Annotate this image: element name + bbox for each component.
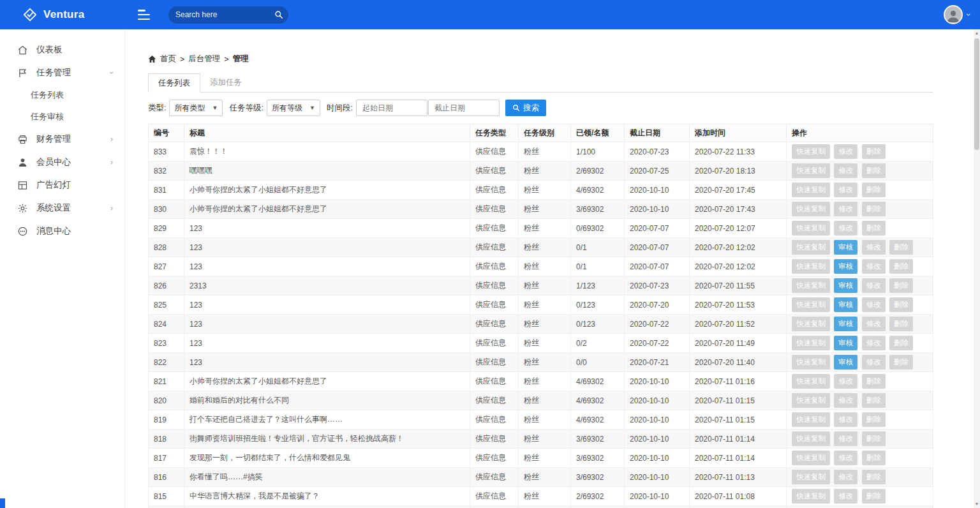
- quick-copy-button[interactable]: 快速复制: [792, 259, 830, 274]
- delete-button[interactable]: 删除: [862, 451, 886, 465]
- review-button[interactable]: 审核: [834, 278, 858, 293]
- edit-button[interactable]: 修改: [834, 431, 858, 446]
- quick-copy-button[interactable]: 快速复制: [792, 374, 830, 389]
- edit-button[interactable]: 修改: [834, 183, 858, 197]
- scroll-down-arrow-icon[interactable]: ▼: [974, 500, 980, 508]
- sidebar-subitem-task-list[interactable]: 任务列表: [0, 84, 124, 106]
- delete-button[interactable]: 删除: [862, 374, 886, 389]
- delete-button[interactable]: 删除: [862, 393, 886, 408]
- level-select[interactable]: 所有等级 ▼: [267, 100, 320, 116]
- sidebar-item-system-settings[interactable]: 系统设置 ›: [0, 197, 124, 220]
- delete-button[interactable]: 删除: [862, 412, 886, 427]
- quick-copy-button[interactable]: 快速复制: [792, 412, 830, 427]
- chevron-down-icon[interactable]: ›: [964, 13, 973, 16]
- delete-button[interactable]: 删除: [889, 336, 913, 350]
- edit-button[interactable]: 修改: [834, 393, 858, 408]
- tab-task-list[interactable]: 任务列表: [148, 73, 200, 93]
- hamburger-menu-icon[interactable]: [138, 10, 152, 20]
- edit-button[interactable]: 修改: [834, 470, 858, 484]
- edit-button[interactable]: 修改: [862, 355, 886, 370]
- sidebar-item-member-center[interactable]: 会员中心 ›: [0, 151, 124, 174]
- delete-button[interactable]: 删除: [889, 317, 913, 331]
- sidebar-item-task-management[interactable]: 任务管理 ›: [0, 61, 124, 84]
- delete-button[interactable]: 删除: [889, 355, 913, 370]
- quick-copy-button[interactable]: 快速复制: [792, 297, 830, 312]
- delete-button[interactable]: 删除: [862, 431, 886, 446]
- quick-copy-button[interactable]: 快速复制: [792, 278, 830, 293]
- quick-copy-button[interactable]: 快速复制: [792, 393, 830, 408]
- delete-button[interactable]: 删除: [862, 470, 886, 484]
- quick-copy-button[interactable]: 快速复制: [792, 183, 830, 197]
- task-added-time: 2020-07-20 11:52: [690, 315, 787, 334]
- review-button[interactable]: 审核: [834, 259, 858, 274]
- edit-button[interactable]: 修改: [834, 163, 858, 178]
- type-select[interactable]: 所有类型 ▼: [169, 100, 223, 116]
- delete-button[interactable]: 删除: [889, 297, 913, 312]
- review-button[interactable]: 审核: [834, 297, 858, 312]
- task-actions: 快速复制 修改 删除: [787, 468, 933, 487]
- scrollbar-thumb[interactable]: [974, 38, 979, 150]
- start-date-input[interactable]: [356, 100, 427, 116]
- scroll-up-arrow-icon[interactable]: ▲: [974, 29, 980, 37]
- edit-button[interactable]: 修改: [834, 221, 858, 235]
- end-date-input[interactable]: [428, 100, 500, 116]
- quick-copy-button[interactable]: 快速复制: [792, 336, 830, 350]
- search-icon[interactable]: [274, 10, 283, 19]
- search-input[interactable]: [175, 10, 274, 19]
- edit-button[interactable]: 修改: [834, 489, 858, 504]
- delete-button[interactable]: 删除: [862, 144, 886, 159]
- quick-copy-button[interactable]: 快速复制: [792, 451, 830, 465]
- review-button[interactable]: 审核: [834, 317, 858, 331]
- home-icon[interactable]: [148, 55, 156, 63]
- brand[interactable]: Ventura: [0, 8, 125, 22]
- delete-button[interactable]: 删除: [889, 259, 913, 274]
- edit-button[interactable]: 修改: [862, 317, 886, 331]
- sidebar-subitem-task-review[interactable]: 任务审核: [0, 106, 124, 128]
- quick-copy-button[interactable]: 快速复制: [792, 163, 830, 178]
- delete-button[interactable]: 删除: [862, 489, 886, 504]
- sidebar-item-finance[interactable]: 财务管理 ›: [0, 128, 124, 151]
- quick-copy-button[interactable]: 快速复制: [792, 317, 830, 331]
- review-button[interactable]: 审核: [834, 355, 858, 370]
- edit-button[interactable]: 修改: [862, 278, 886, 293]
- task-title: 打个车还把自己搭进去了？这叫什么事啊……: [184, 410, 470, 430]
- quick-copy-button[interactable]: 快速复制: [792, 202, 830, 216]
- quick-copy-button[interactable]: 快速复制: [792, 221, 830, 235]
- sidebar-item-message-center[interactable]: 消息中心: [0, 220, 124, 243]
- sidebar-item-dashboard[interactable]: 仪表板: [0, 38, 124, 61]
- task-id: 816: [149, 468, 184, 487]
- edit-button[interactable]: 修改: [862, 297, 886, 312]
- task-added-time: 2020-07-20 17:45: [690, 181, 787, 200]
- edit-button[interactable]: 修改: [862, 240, 886, 255]
- edit-button[interactable]: 修改: [834, 202, 858, 216]
- edit-button[interactable]: 修改: [862, 336, 886, 350]
- sidebar-item-ad-slides[interactable]: 广告幻灯: [0, 174, 124, 197]
- edit-button[interactable]: 修改: [834, 144, 858, 159]
- quick-copy-button[interactable]: 快速复制: [792, 470, 830, 484]
- review-button[interactable]: 审核: [834, 240, 858, 255]
- delete-button[interactable]: 删除: [889, 240, 913, 255]
- edit-button[interactable]: 修改: [834, 451, 858, 465]
- breadcrumb-item[interactable]: 后台管理: [188, 54, 220, 64]
- vertical-scrollbar[interactable]: ▲ ▼: [974, 29, 980, 508]
- delete-button[interactable]: 删除: [889, 278, 913, 293]
- quick-copy-button[interactable]: 快速复制: [792, 355, 830, 370]
- task-level: 粉丝: [519, 468, 571, 487]
- search-button[interactable]: 搜索: [505, 100, 546, 116]
- edit-button[interactable]: 修改: [834, 412, 858, 427]
- quick-copy-button[interactable]: 快速复制: [792, 144, 830, 159]
- breadcrumb-item[interactable]: 首页: [160, 54, 176, 64]
- quick-copy-button[interactable]: 快速复制: [792, 489, 830, 504]
- tab-add-task[interactable]: 添加任务: [200, 73, 251, 92]
- delete-button[interactable]: 删除: [862, 202, 886, 216]
- delete-button[interactable]: 删除: [862, 183, 886, 197]
- edit-button[interactable]: 修改: [834, 374, 858, 389]
- quick-copy-button[interactable]: 快速复制: [792, 240, 830, 255]
- delete-button[interactable]: 删除: [862, 221, 886, 235]
- review-button[interactable]: 审核: [834, 336, 858, 350]
- delete-button[interactable]: 删除: [862, 163, 886, 178]
- quick-copy-button[interactable]: 快速复制: [792, 431, 830, 446]
- user-avatar[interactable]: [944, 5, 963, 24]
- table-row: 830 小帅哥你捏的太紧了小姐姐都不好意思了 供应信息 粉丝 3/69302 2…: [149, 200, 933, 219]
- edit-button[interactable]: 修改: [862, 259, 886, 274]
